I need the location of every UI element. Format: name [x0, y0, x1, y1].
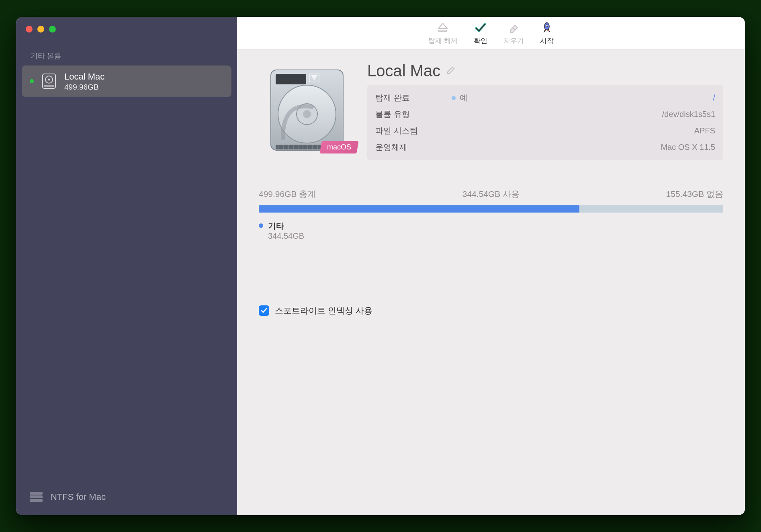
checkbox-checked-icon[interactable] — [259, 305, 269, 316]
svg-rect-5 — [30, 495, 43, 498]
toolbar: 탑재 해제 확인 지우기 — [237, 17, 745, 50]
erase-button[interactable]: 지우기 — [503, 21, 524, 45]
svg-point-8 — [546, 25, 548, 27]
stacks-icon — [29, 491, 43, 503]
prop-fs: 파일 시스템 APFS — [375, 123, 715, 139]
storage-total: 499.96GB 총계 — [259, 188, 316, 200]
sidebar-volume-size: 499.96GB — [64, 83, 104, 92]
product-name: NTFS for Mac — [51, 492, 106, 502]
eject-button[interactable]: 탑재 해제 — [428, 21, 458, 45]
volume-title: Local Mac — [367, 62, 440, 80]
storage-legend-item: 기타 344.54GB — [259, 221, 723, 241]
storage-section: 499.96GB 총계 344.54GB 사용 155.43GB 없음 기타 3… — [259, 188, 723, 241]
sidebar-section-label: 기타 볼륨 — [16, 41, 237, 65]
sidebar-volume-text: Local Mac 499.96GB — [64, 71, 104, 92]
svg-point-15 — [303, 110, 311, 118]
rocket-icon — [540, 21, 554, 35]
spotlight-checkbox-row[interactable]: 스포트라이트 인덱싱 사용 — [259, 305, 723, 316]
legend-dot-icon — [259, 223, 263, 228]
spotlight-label: 스포트라이트 인덱싱 사용 — [275, 305, 372, 316]
drive-image: macOS — [259, 62, 355, 158]
window-controls — [16, 17, 237, 41]
sidebar-product-label[interactable]: NTFS for Mac — [16, 479, 237, 515]
storage-used-segment — [259, 205, 579, 213]
storage-used: 344.54GB 사용 — [462, 188, 520, 200]
edit-icon[interactable] — [446, 65, 456, 77]
sidebar-volume-name: Local Mac — [64, 71, 104, 83]
close-window-button[interactable] — [26, 26, 33, 33]
minimize-window-button[interactable] — [37, 26, 44, 33]
svg-rect-3 — [44, 85, 54, 87]
app-window: 기타 볼륨 Local Mac 499.96GB — [16, 17, 745, 515]
storage-free: 155.43GB 없음 — [666, 188, 723, 200]
mount-status-dot-icon — [452, 96, 456, 100]
content-area: macOS Local Mac 탑재 완료 예 / — [237, 50, 745, 515]
mount-point-link[interactable]: / — [713, 93, 715, 102]
prop-mounted: 탑재 완료 예 / — [375, 90, 715, 106]
eject-icon — [436, 21, 450, 35]
start-button[interactable]: 시작 — [540, 21, 554, 45]
status-dot-icon — [30, 79, 34, 83]
storage-bar — [259, 205, 723, 213]
prop-os: 운영체제 Mac OS X 11.5 — [375, 139, 715, 156]
sidebar-volume-item[interactable]: Local Mac 499.96GB — [22, 65, 231, 97]
properties-table: 탑재 완료 예 / 볼륨 유형 /dev/disk1s5s1 파일 시스템 — [367, 85, 723, 160]
zoom-window-button[interactable] — [49, 26, 56, 33]
sidebar: 기타 볼륨 Local Mac 499.96GB — [16, 17, 237, 515]
svg-rect-4 — [30, 492, 43, 495]
drive-icon — [40, 72, 58, 90]
main-panel: 탑재 해제 확인 지우기 — [237, 17, 745, 515]
svg-rect-6 — [30, 499, 43, 502]
prop-type: 볼륨 유형 /dev/disk1s5s1 — [375, 106, 715, 123]
eraser-icon — [507, 21, 520, 35]
svg-rect-7 — [439, 30, 447, 32]
verify-button[interactable]: 확인 — [474, 21, 487, 45]
svg-rect-10 — [276, 74, 306, 84]
os-badge: macOS — [319, 141, 358, 153]
check-icon — [474, 21, 487, 35]
svg-point-2 — [48, 79, 50, 81]
